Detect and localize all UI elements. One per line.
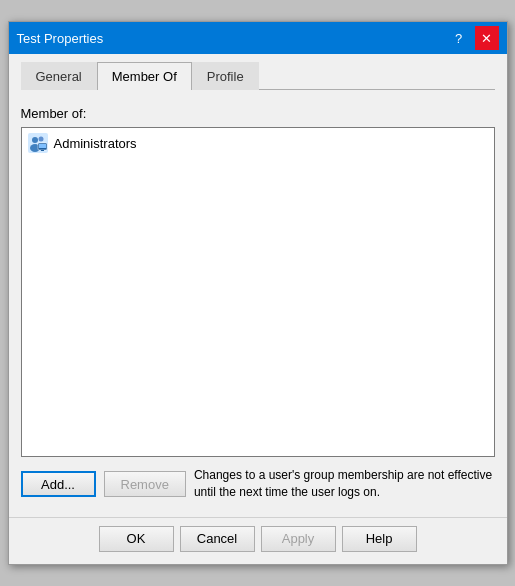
title-bar-controls: ? ✕ (447, 26, 499, 50)
member-list[interactable]: Administrators (21, 127, 495, 457)
help-button[interactable]: ? (447, 26, 471, 50)
tab-member-of[interactable]: Member Of (97, 62, 192, 90)
cancel-button[interactable]: Cancel (180, 526, 255, 552)
action-buttons: Add... Remove (21, 471, 186, 497)
svg-point-3 (38, 137, 43, 142)
section-label: Member of: (21, 106, 495, 121)
svg-rect-6 (41, 150, 44, 151)
ok-button[interactable]: OK (99, 526, 174, 552)
svg-rect-7 (39, 144, 46, 148)
test-properties-dialog: Test Properties ? ✕ General Member Of Pr… (8, 21, 508, 565)
dialog-body: General Member Of Profile Member of: (9, 54, 507, 517)
footer: OK Cancel Apply Help (9, 517, 507, 564)
close-button[interactable]: ✕ (475, 26, 499, 50)
svg-point-1 (32, 137, 38, 143)
dialog-title: Test Properties (17, 31, 104, 46)
list-item[interactable]: Administrators (24, 130, 492, 156)
tab-profile[interactable]: Profile (192, 62, 259, 90)
help-footer-button[interactable]: Help (342, 526, 417, 552)
action-row: Add... Remove Changes to a user's group … (21, 467, 495, 501)
group-icon (28, 133, 48, 153)
apply-button[interactable]: Apply (261, 526, 336, 552)
note-text: Changes to a user's group membership are… (194, 467, 495, 501)
content-area: Member of: (21, 102, 495, 505)
tab-general[interactable]: General (21, 62, 97, 90)
remove-button[interactable]: Remove (104, 471, 186, 497)
list-item-label: Administrators (54, 136, 137, 151)
tab-bar: General Member Of Profile (21, 62, 495, 90)
add-button[interactable]: Add... (21, 471, 96, 497)
title-bar: Test Properties ? ✕ (9, 22, 507, 54)
